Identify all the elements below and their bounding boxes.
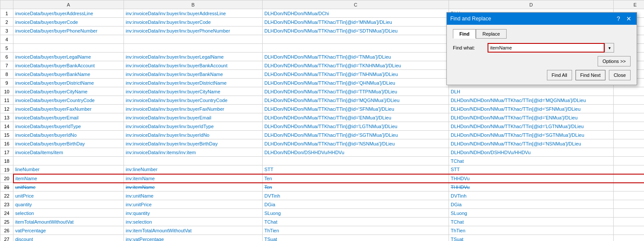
- options-button[interactable]: Options >>: [598, 56, 631, 66]
- cell-d[interactable]: STT: [449, 165, 614, 174]
- find-dropdown-btn[interactable]: ▾: [605, 43, 614, 53]
- cell-a[interactable]: invoiceData/buyer/buyerIdType: [13, 122, 124, 131]
- cell-e[interactable]: [614, 157, 644, 165]
- cell-d[interactable]: SLuong: [449, 209, 614, 218]
- cell-e[interactable]: [614, 96, 644, 105]
- cell-a[interactable]: discount: [13, 235, 124, 241]
- cell-b[interactable]: inv:invoiceData/inv:buyer/inv:buyerBirth…: [124, 139, 263, 148]
- cell-b[interactable]: inv:invoiceData/inv:buyer/inv:buyerEmail: [124, 113, 263, 122]
- cell-d[interactable]: DLHDon/NDHDon/NMua/TTKhac/TTin[@id='SFNM…: [449, 105, 614, 113]
- cell-b[interactable]: inv:unitName: [124, 191, 263, 200]
- cell-d[interactable]: DLHDon/NDHDon/NMua/TTKhac/TTin[@id='LGTN…: [449, 122, 614, 131]
- find-next-button[interactable]: Find Next: [576, 70, 605, 80]
- cell-c[interactable]: SLuong: [263, 209, 449, 218]
- cell-c[interactable]: DLHDon/NDHDon/NMua/TTKhac/TTin[@id='MNMu…: [263, 18, 449, 26]
- cell-c[interactable]: DLHDon/NDHDon/NMua/TTKhac/TTin[@id='QHNM…: [263, 79, 449, 87]
- cell-c[interactable]: DLHDon/NDHDon/NMua/TTKhac/TTin[@id='TTPN…: [263, 87, 449, 96]
- cell-a[interactable]: invoiceData/buyer/buyerCountryCode: [13, 96, 124, 105]
- cell-e[interactable]: [614, 235, 644, 241]
- cell-e[interactable]: [614, 131, 644, 139]
- cell-b[interactable]: inv:selection: [124, 218, 263, 226]
- cell-c[interactable]: [263, 35, 449, 44]
- cell-a[interactable]: invoiceData/buyer/buyerBirthDay: [13, 139, 124, 148]
- cell-c[interactable]: DLHDon/NDHDon/NMua/TTKhac/TTin[@id='LGTN…: [263, 122, 449, 131]
- cell-b[interactable]: inv:lineNumber: [124, 165, 263, 174]
- cell-c[interactable]: [263, 44, 449, 53]
- cell-b[interactable]: [124, 157, 263, 165]
- cell-a[interactable]: quantity: [13, 200, 124, 209]
- cell-c[interactable]: DLHDon/NDHDon/NMua/TTKhac/TTin[@id='TNHN…: [263, 70, 449, 79]
- cell-a[interactable]: invoiceData/buyer/buyerCityName: [13, 87, 124, 96]
- tab-find[interactable]: Find: [453, 29, 476, 39]
- cell-b[interactable]: [124, 35, 263, 44]
- cell-c[interactable]: DLHDon/NDHDon/NMua/TTKhac/TTin[@id='TNMu…: [263, 53, 449, 61]
- cell-e[interactable]: [614, 139, 644, 148]
- cell-c[interactable]: DLHDon/NDHDon/NMua/TTKhac/TTin[@id='SFNM…: [263, 105, 449, 113]
- cell-d[interactable]: TChat: [449, 218, 614, 226]
- cell-a[interactable]: invoiceData/buyer/buyerFaxNumber: [13, 105, 124, 113]
- cell-b[interactable]: inv:invoiceData/inv:buyer/inv:buyerIdNo: [124, 131, 263, 139]
- cell-b[interactable]: inv:invoiceData/inv:buyer/inv:buyerIdTyp…: [124, 122, 263, 131]
- cell-b[interactable]: inv:unitPrice: [124, 200, 263, 209]
- cell-d[interactable]: TSuat: [449, 235, 614, 241]
- cell-a[interactable]: invoiceData/buyer/buyerDistrictName: [13, 79, 124, 87]
- cell-a[interactable]: invoiceData/buyer/buyerBankAccount: [13, 61, 124, 70]
- cell-e[interactable]: [614, 122, 644, 131]
- cell-e[interactable]: [614, 87, 644, 96]
- cell-b[interactable]: inv:invoiceData/inv:buyer/inv:buyerAddre…: [124, 9, 263, 18]
- cell-e[interactable]: [614, 226, 644, 235]
- cell-d[interactable]: DGia: [449, 200, 614, 209]
- cell-a[interactable]: invoiceData/buyer/buyerBankName: [13, 70, 124, 79]
- cell-d[interactable]: DLHDon/NDHDon/NMua/TTKhac/TTin[@id='NSNM…: [449, 139, 614, 148]
- dialog-close-action-button[interactable]: Close: [609, 70, 631, 80]
- cell-c[interactable]: DGia: [263, 200, 449, 209]
- cell-a[interactable]: [13, 44, 124, 53]
- cell-b[interactable]: inv:invoiceData/inv:buyer/inv:buyerDistr…: [124, 79, 263, 87]
- cell-b[interactable]: inv:invoiceData/inv:items/inv:item: [124, 148, 263, 157]
- cell-e[interactable]: [614, 183, 644, 191]
- cell-b[interactable]: inv:quantity: [124, 209, 263, 218]
- cell-b[interactable]: inv:invoiceData/inv:buyer/inv:buyerCount…: [124, 96, 263, 105]
- cell-b[interactable]: inv:invoiceData/inv:buyer/inv:buyerBankA…: [124, 61, 263, 70]
- cell-c[interactable]: TChat: [263, 218, 449, 226]
- cell-a[interactable]: selection: [13, 209, 124, 218]
- cell-b[interactable]: inv:invoiceData/inv:buyer/inv:buyerFaxNu…: [124, 105, 263, 113]
- cell-e[interactable]: [614, 209, 644, 218]
- cell-c[interactable]: DLHDon/NDHDon/NMua/TTKhac/TTin[@id='NSNM…: [263, 139, 449, 148]
- cell-d[interactable]: DLHDon/NDHDon/NMua/TTKhac/TTin[@id='SGTN…: [449, 131, 614, 139]
- cell-d[interactable]: DVTinh: [449, 191, 614, 200]
- cell-c[interactable]: TSuat: [263, 235, 449, 241]
- cell-a[interactable]: unitName: [13, 183, 124, 191]
- cell-b[interactable]: [124, 44, 263, 53]
- tab-replace[interactable]: Replace: [476, 29, 506, 39]
- dialog-help-button[interactable]: ?: [614, 14, 623, 23]
- cell-b[interactable]: inv:invoiceData/inv:buyer/inv:buyerCityN…: [124, 87, 263, 96]
- cell-e[interactable]: [614, 218, 644, 226]
- cell-c[interactable]: DLHDon/NDHDon/NMua/TTKhac/TTin[@id='SGTN…: [263, 131, 449, 139]
- cell-a[interactable]: invoiceData/items/item: [13, 148, 124, 157]
- find-what-input[interactable]: [488, 43, 605, 53]
- cell-c[interactable]: DVTinh: [263, 191, 449, 200]
- cell-d[interactable]: DLHDon/NDHDon/NMua/TTKhac/TTin[@id='MQGN…: [449, 96, 614, 105]
- cell-a[interactable]: invoiceData/buyer/buyerPhoneNumber: [13, 26, 124, 35]
- cell-c[interactable]: DLHDon/NDHDon/NMua/DChi: [263, 9, 449, 18]
- cell-b[interactable]: inv:invoiceData/inv:buyer/inv:buyerBankN…: [124, 70, 263, 79]
- cell-a[interactable]: unitPrice: [13, 191, 124, 200]
- cell-a[interactable]: lineNumber: [13, 165, 124, 174]
- cell-a[interactable]: [13, 157, 124, 165]
- cell-e[interactable]: [614, 105, 644, 113]
- cell-d[interactable]: DLHDon/NDHDon/DSHHDVu/HHDVu: [449, 148, 614, 157]
- cell-e[interactable]: [614, 191, 644, 200]
- cell-c[interactable]: [263, 157, 449, 165]
- cell-b[interactable]: inv:itemName: [124, 183, 263, 191]
- cell-a[interactable]: itemTotalAmountWithoutVat: [13, 218, 124, 226]
- find-all-button[interactable]: Find All: [547, 70, 572, 80]
- cell-c[interactable]: DLHDon/NDHDon/DSHHDVu/HHDVu: [263, 148, 449, 157]
- cell-c[interactable]: ThTien: [263, 226, 449, 235]
- cell-a[interactable]: [13, 35, 124, 44]
- cell-c[interactable]: Ten: [263, 183, 449, 191]
- cell-d[interactable]: TChat: [449, 157, 614, 165]
- cell-d[interactable]: ThTien: [449, 226, 614, 235]
- col-header-e[interactable]: E: [614, 0, 644, 9]
- col-header-d[interactable]: D: [449, 0, 614, 9]
